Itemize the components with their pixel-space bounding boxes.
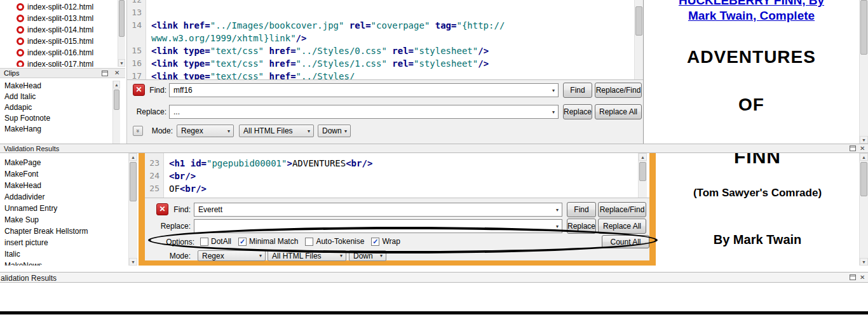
scrollbar-thumb[interactable] <box>114 90 119 110</box>
scroll-up-button[interactable]: ▲ <box>639 153 647 161</box>
close-panel-icon[interactable]: ✕ <box>860 145 865 152</box>
line-number: 16 <box>127 57 146 70</box>
code-editor-top[interactable]: 121314<link href="../Images/bookcover.jp… <box>126 0 643 144</box>
replace-find-button[interactable]: Replace/Find <box>595 83 642 98</box>
dropdown-arrow-icon[interactable]: ▾ <box>556 207 559 213</box>
dropdown-arrow-icon[interactable]: ▾ <box>552 109 555 115</box>
clips-title-bar: Clips ✕ <box>0 68 125 78</box>
book-preview-top[interactable]: HUCKLEBERRY FINN, By Mark Twain, Complet… <box>643 0 859 144</box>
scrollbar-thumb[interactable] <box>119 0 125 37</box>
dropdown-arrow-icon[interactable]: ▾ <box>556 224 559 229</box>
file-browser-scrollbar[interactable]: ▼ <box>118 0 125 67</box>
line-number: 24 <box>145 170 164 182</box>
code-text: <h1 id="pgepubid00001">ADVENTURES<br/> <box>164 157 372 170</box>
mode-select[interactable]: Regex ▾ <box>198 250 266 261</box>
clips-scrollbar[interactable]: ▲ <box>112 81 120 144</box>
saved-search-item[interactable]: Addadivider <box>0 191 128 203</box>
scroll-up-button[interactable]: ▲ <box>129 153 137 161</box>
scrollbar-thumb[interactable] <box>635 6 642 36</box>
file-list: index-split-012.htmlindex-split-013.html… <box>0 0 125 67</box>
file-tree-item[interactable]: index-split-017.html <box>0 58 125 67</box>
scroll-down-button[interactable]: ▼ <box>860 136 868 144</box>
float-panel-icon[interactable] <box>850 145 856 151</box>
scroll-up-button[interactable]: ▲ <box>113 81 120 88</box>
float-panel-icon[interactable] <box>850 274 856 280</box>
file-browser-panel: index-split-012.htmlindex-split-013.html… <box>0 0 125 67</box>
file-tree-item[interactable]: index-split-012.html <box>0 1 125 13</box>
saved-search-item[interactable]: Chapter Break Hellstorm <box>0 226 128 237</box>
html-file-icon <box>17 60 24 67</box>
clip-item[interactable]: MakeHang <box>0 124 112 135</box>
code-line: 15<link type="text/css" href="../Styles/… <box>127 44 632 57</box>
find-button[interactable]: Find <box>563 83 592 98</box>
expand-options-button[interactable]: » <box>133 126 143 136</box>
code-editor-bottom[interactable]: 23<h1 id="pgepubid00001">ADVENTURES<br/>… <box>145 153 649 198</box>
scroll-up-button[interactable]: ▲ <box>860 153 868 161</box>
editor-top-scrollbar[interactable] <box>634 0 643 79</box>
float-panel-icon[interactable] <box>102 71 108 76</box>
book-heading-adventures: ADVENTURES <box>644 46 859 67</box>
mode-select[interactable]: Regex ▾ <box>177 125 234 137</box>
mode-value: Regex <box>202 252 224 260</box>
find-input[interactable]: Everett ▾ <box>194 203 562 217</box>
find-label: Find: <box>151 205 191 214</box>
saved-search-item[interactable]: insert picture <box>0 237 128 248</box>
scrollbar-thumb[interactable] <box>860 0 867 55</box>
clip-item[interactable]: Addapic <box>0 102 112 113</box>
validation-results-title: alidation Results <box>1 274 57 283</box>
replace-all-button[interactable]: Replace All <box>595 104 642 119</box>
code-line: 16<link type="text/css" href="../Styles/… <box>127 57 632 70</box>
dropdown-arrow-icon[interactable]: ▾ <box>552 88 555 93</box>
replace-label: Replace: <box>127 107 166 116</box>
book-heading-finn: FINN <box>656 153 859 168</box>
saved-search-panel: MakePageMakeFontMakeHeadAddadividerUnnam… <box>0 153 128 266</box>
replace-button[interactable]: Replace <box>563 104 592 119</box>
clip-item[interactable]: Add Italic <box>0 91 112 102</box>
book-bottom-scrollbar[interactable]: ▲ ▼ <box>859 153 868 266</box>
file-tree-item[interactable]: index-split-016.html <box>0 47 125 58</box>
find-button[interactable]: Find <box>567 202 596 217</box>
saved-search-item[interactable]: Make Sup <box>0 214 128 226</box>
down-arrow-icon: ▼ <box>862 138 866 142</box>
scroll-down-button[interactable]: ▼ <box>129 258 137 266</box>
scrollbar-thumb[interactable] <box>130 162 137 201</box>
saved-search-item[interactable]: Unnamed Entry <box>0 203 128 214</box>
direction-select[interactable]: Down ▾ <box>318 125 351 137</box>
scrollbar-thumb[interactable] <box>639 162 646 181</box>
file-tree-item[interactable]: index-split-014.html <box>0 24 125 36</box>
file-tree-item[interactable]: index-split-013.html <box>0 13 125 24</box>
dropdown-arrow-icon: ▾ <box>308 128 310 134</box>
html-file-icon <box>17 15 24 22</box>
clip-item[interactable]: MakeHead <box>0 81 112 91</box>
saved-search-scrollbar[interactable]: ▲ ▼ <box>128 153 137 266</box>
replace-find-button[interactable]: Replace/Find <box>598 202 646 217</box>
saved-search-item[interactable]: MakePage <box>0 157 128 168</box>
code-line: 13 <box>127 6 632 19</box>
close-panel-icon[interactable]: ✕ <box>860 274 865 281</box>
replace-label: Replace: <box>151 222 191 231</box>
scroll-down-button[interactable]: ▼ <box>118 59 125 67</box>
editor-bottom-scrollbar[interactable]: ▲ <box>638 153 647 198</box>
direction-value: Down <box>322 126 342 135</box>
code-line: www.w3.org/1999/xhtml}link"/> <box>127 32 632 44</box>
validation-results-title: Validation Results <box>4 145 59 152</box>
scrollbar-thumb[interactable] <box>860 162 867 196</box>
book-top-scrollbar[interactable]: ▼ <box>859 0 868 144</box>
saved-search-item[interactable]: Italic <box>0 248 128 260</box>
files-select[interactable]: All HTML Files ▾ <box>239 125 314 137</box>
up-arrow-icon: ▲ <box>862 155 866 159</box>
book-preview-bottom[interactable]: FINN (Tom Sawyer's Comrade) By Mark Twai… <box>656 153 859 266</box>
saved-search-item[interactable]: MakeFont <box>0 168 128 180</box>
saved-search-item[interactable]: MakeHead <box>0 180 128 191</box>
clip-item[interactable]: Sup Footnote <box>0 113 112 124</box>
saved-search-item[interactable]: MakeNews <box>0 260 128 266</box>
book-title-line2: Mark Twain, Complete <box>644 8 859 24</box>
dropdown-arrow-icon: ▾ <box>380 253 383 259</box>
close-panel-icon[interactable]: ✕ <box>114 70 119 76</box>
find-input[interactable]: mff16 ▾ <box>169 83 559 97</box>
line-number <box>127 32 146 44</box>
replace-input[interactable]: ... ▾ <box>169 105 559 119</box>
scroll-down-button[interactable]: ▼ <box>860 258 868 266</box>
file-tree-item[interactable]: index-split-015.html <box>0 36 125 47</box>
book-title-link[interactable]: HUCKLEBERRY FINN, By Mark Twain, Complet… <box>644 0 859 24</box>
